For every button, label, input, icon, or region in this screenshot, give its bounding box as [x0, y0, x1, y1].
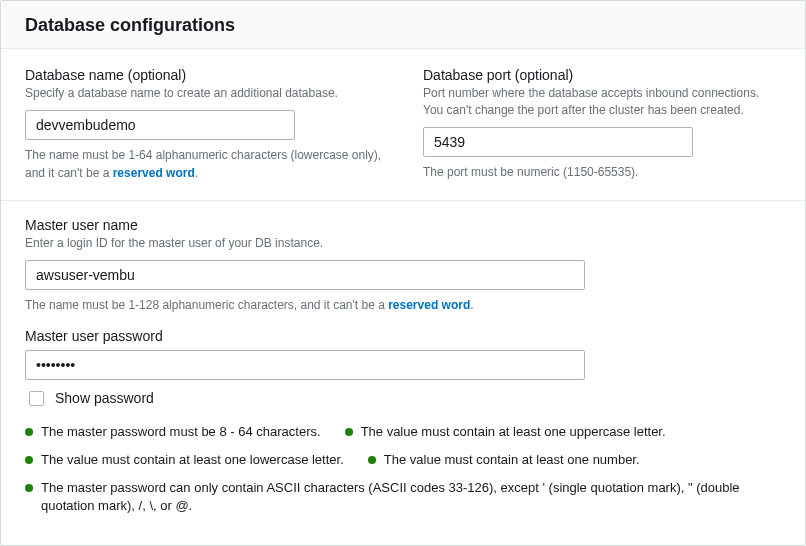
panel-title: Database configurations	[25, 15, 781, 36]
database-configurations-panel: Database configurations Database name (o…	[0, 0, 806, 546]
password-rule: The value must contain at least one numb…	[368, 451, 640, 469]
master-user-password-input[interactable]	[25, 350, 585, 380]
show-password-row: Show password	[25, 388, 781, 409]
reserved-word-link-2[interactable]: reserved word	[388, 298, 470, 312]
section-divider	[1, 200, 805, 201]
password-rule: The master password can only contain ASC…	[25, 479, 781, 515]
valid-dot-icon	[25, 456, 33, 464]
master-user-password-label: Master user password	[25, 328, 781, 344]
database-name-label: Database name (optional)	[25, 67, 383, 83]
valid-dot-icon	[25, 484, 33, 492]
show-password-label: Show password	[55, 390, 154, 406]
database-name-help: The name must be 1-64 alphanumeric chara…	[25, 146, 383, 182]
db-name-port-row: Database name (optional) Specify a datab…	[25, 67, 781, 182]
password-rule: The value must contain at least one uppe…	[345, 423, 666, 441]
database-port-desc: Port number where the database accepts i…	[423, 85, 781, 119]
database-port-label: Database port (optional)	[423, 67, 781, 83]
master-user-name-input[interactable]	[25, 260, 585, 290]
database-port-help: The port must be numeric (1150-65535).	[423, 163, 781, 181]
reserved-word-link[interactable]: reserved word	[113, 166, 195, 180]
master-user-name-section: Master user name Enter a login ID for th…	[25, 217, 781, 314]
master-user-name-help: The name must be 1-128 alphanumeric char…	[25, 296, 781, 314]
panel-body: Database name (optional) Specify a datab…	[1, 49, 805, 535]
master-user-name-label: Master user name	[25, 217, 781, 233]
valid-dot-icon	[368, 456, 376, 464]
password-rule: The value must contain at least one lowe…	[25, 451, 344, 469]
database-port-section: Database port (optional) Port number whe…	[423, 67, 781, 182]
valid-dot-icon	[345, 428, 353, 436]
database-name-section: Database name (optional) Specify a datab…	[25, 67, 383, 182]
password-rule: The master password must be 8 - 64 chara…	[25, 423, 321, 441]
panel-header: Database configurations	[1, 1, 805, 49]
master-user-password-section: Master user password Show password	[25, 328, 781, 409]
valid-dot-icon	[25, 428, 33, 436]
password-rules: The master password must be 8 - 64 chara…	[25, 423, 781, 516]
database-port-input[interactable]	[423, 127, 693, 157]
master-user-name-desc: Enter a login ID for the master user of …	[25, 235, 781, 252]
show-password-checkbox[interactable]	[29, 391, 44, 406]
database-name-desc: Specify a database name to create an add…	[25, 85, 383, 102]
database-name-input[interactable]	[25, 110, 295, 140]
